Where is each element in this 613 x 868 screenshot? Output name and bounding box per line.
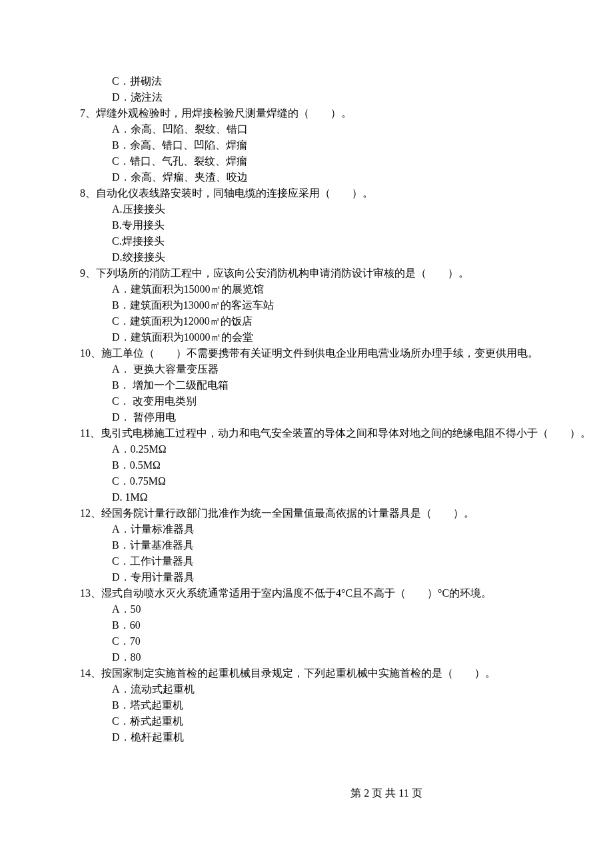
question-text: 10、施工单位（ ）不需要携带有关证明文件到供电企业用电营业场所办理手续，变更供… — [80, 345, 613, 361]
option-c: C．70 — [80, 633, 613, 649]
question-14: 14、按国家制定实施首检的起重机械目录规定，下列起重机械中实施首检的是（ ）。 … — [80, 665, 613, 745]
option-b: B．0.5MΩ — [80, 457, 613, 473]
option-d: D．余高、焊瘤、夹渣、咬边 — [80, 169, 613, 185]
option-c: C． 改变用电类别 — [80, 393, 613, 409]
option-d: D．80 — [80, 649, 613, 665]
question-text: 7、焊缝外观检验时，用焊接检验尺测量焊缝的（ ）。 — [80, 105, 613, 121]
option-a: A．流动式起重机 — [80, 681, 613, 697]
option-a: A．50 — [80, 601, 613, 617]
option-c: C.焊接接头 — [80, 233, 613, 249]
option-b: B.专用接头 — [80, 217, 613, 233]
option-d: D.绞接接头 — [80, 249, 613, 265]
question-8: 8、自动化仪表线路安装时，同轴电缆的连接应采用（ ）。 A.压接接头 B.专用接… — [80, 185, 613, 265]
option-b: B．建筑面积为13000㎡的客运车站 — [80, 297, 613, 313]
option-b: B．计量基准器具 — [80, 537, 613, 553]
option-b: B．余高、错口、凹陷、焊瘤 — [80, 137, 613, 153]
option-a: A．计量标准器具 — [80, 521, 613, 537]
question-6-continued: C．拼砌法 D．浇注法 — [80, 73, 613, 105]
option-d: D．专用计量器具 — [80, 569, 613, 585]
question-text: 14、按国家制定实施首检的起重机械目录规定，下列起重机械中实施首检的是（ ）。 — [80, 665, 613, 681]
option-c: C．错口、气孔、裂纹、焊瘤 — [80, 153, 613, 169]
option-d: D．桅杆起重机 — [80, 729, 613, 745]
question-13: 13、湿式自动喷水灭火系统通常适用于室内温度不低于4°C且不高于（ ）°C的环境… — [80, 585, 613, 665]
option-b: B．塔式起重机 — [80, 697, 613, 713]
question-text: 8、自动化仪表线路安装时，同轴电缆的连接应采用（ ）。 — [80, 185, 613, 201]
question-text: 12、经国务院计量行政部门批准作为统一全国量值最高依据的计量器具是（ ）。 — [80, 505, 613, 521]
question-9: 9、下列场所的消防工程中，应该向公安消防机构申请消防设计审核的是（ ）。 A．建… — [80, 265, 613, 345]
option-a: A．余高、凹陷、裂纹、错口 — [80, 121, 613, 137]
option-b: B． 增加一个二级配电箱 — [80, 377, 613, 393]
option-b: B．60 — [80, 617, 613, 633]
option-c: C．桥式起重机 — [80, 713, 613, 729]
option-c: C．0.75MΩ — [80, 473, 613, 489]
question-10: 10、施工单位（ ）不需要携带有关证明文件到供电企业用电营业场所办理手续，变更供… — [80, 345, 613, 425]
question-7: 7、焊缝外观检验时，用焊接检验尺测量焊缝的（ ）。 A．余高、凹陷、裂纹、错口 … — [80, 105, 613, 185]
option-a: A.压接接头 — [80, 201, 613, 217]
option-c: C．建筑面积为12000㎡的饭店 — [80, 313, 613, 329]
option-d: D．建筑面积为10000㎡的会堂 — [80, 329, 613, 345]
question-text: 13、湿式自动喷水灭火系统通常适用于室内温度不低于4°C且不高于（ ）°C的环境… — [80, 585, 613, 601]
option-c: C．工作计量器具 — [80, 553, 613, 569]
question-text: 9、下列场所的消防工程中，应该向公安消防机构申请消防设计审核的是（ ）。 — [80, 265, 613, 281]
question-text: 11、曳引式电梯施工过程中，动力和电气安全装置的导体之间和导体对地之间的绝缘电阻… — [80, 425, 613, 441]
option-c: C．拼砌法 — [80, 73, 613, 89]
option-a: A． 更换大容量变压器 — [80, 361, 613, 377]
option-d: D． 暂停用电 — [80, 409, 613, 425]
question-12: 12、经国务院计量行政部门批准作为统一全国量值最高依据的计量器具是（ ）。 A．… — [80, 505, 613, 585]
page-footer: 第 2 页 共 11 页 — [80, 785, 613, 801]
option-a: A．建筑面积为15000㎡的展览馆 — [80, 281, 613, 297]
question-11: 11、曳引式电梯施工过程中，动力和电气安全装置的导体之间和导体对地之间的绝缘电阻… — [80, 425, 613, 505]
option-d: D. 1MΩ — [80, 489, 613, 505]
option-a: A．0.25MΩ — [80, 441, 613, 457]
option-d: D．浇注法 — [80, 89, 613, 105]
